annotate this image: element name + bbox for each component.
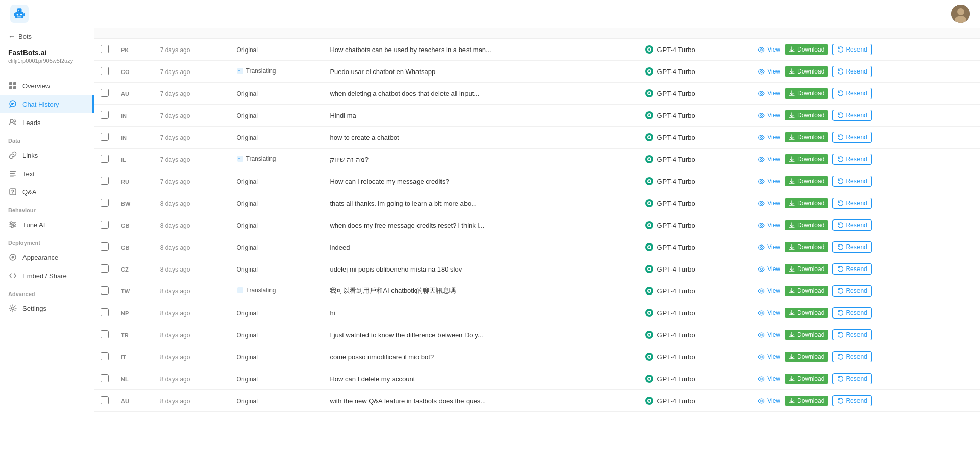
row-checkbox[interactable] <box>101 67 109 75</box>
country-code: NP <box>121 310 129 316</box>
view-button[interactable]: View <box>758 134 780 141</box>
view-button[interactable]: View <box>758 156 780 163</box>
sidebar-item-text[interactable]: Text <box>0 164 94 183</box>
sidebar-item-embed-share[interactable]: Embed / Share <box>0 266 94 285</box>
time-ago: 8 days ago <box>160 354 190 361</box>
view-button[interactable]: View <box>758 397 780 404</box>
view-button[interactable]: View <box>758 222 780 229</box>
download-button[interactable]: Download <box>785 374 828 384</box>
download-button[interactable]: Download <box>785 132 828 142</box>
resend-button[interactable]: Resend <box>832 263 871 275</box>
sidebar-item-label: Tune AI <box>22 221 45 229</box>
download-button[interactable]: Download <box>785 110 828 120</box>
download-button[interactable]: Download <box>785 242 828 252</box>
download-button[interactable]: Download <box>785 198 828 208</box>
view-button[interactable]: View <box>758 353 780 360</box>
view-button[interactable]: View <box>758 200 780 207</box>
view-button[interactable]: View <box>758 265 780 273</box>
download-button[interactable]: Download <box>785 264 828 274</box>
resend-button[interactable]: Resend <box>832 154 871 165</box>
chat-history-table: PK7 days agoOriginalHow chatbots can be … <box>94 28 980 465</box>
download-button[interactable]: Download <box>785 44 828 55</box>
download-button[interactable]: Download <box>785 330 828 340</box>
row-checkbox[interactable] <box>101 45 109 53</box>
col-date <box>154 28 231 39</box>
sidebar-item-settings[interactable]: Settings <box>0 299 94 317</box>
row-checkbox[interactable] <box>101 199 109 207</box>
model-cell: GPT-4 Turbo <box>645 242 746 252</box>
row-checkbox[interactable] <box>101 308 109 316</box>
sidebar-item-appearance[interactable]: Appearance <box>0 248 94 266</box>
table-row: GB8 days agoOriginalwhen does my free me… <box>94 214 980 236</box>
svg-point-36 <box>648 48 650 51</box>
sidebar-item-overview[interactable]: Overview <box>0 77 94 95</box>
model-cell: GPT-4 Turbo <box>645 221 746 230</box>
resend-button[interactable]: Resend <box>832 132 871 143</box>
resend-button[interactable]: Resend <box>832 110 871 121</box>
view-button[interactable]: View <box>758 309 780 316</box>
view-button[interactable]: View <box>758 331 780 338</box>
country-code: BW <box>121 201 130 207</box>
row-checkbox[interactable] <box>101 155 109 163</box>
message-text: How can i relocate my message credits? <box>330 178 449 185</box>
message-text: How chatbots can be used by teachers in … <box>330 46 492 54</box>
download-button[interactable]: Download <box>785 352 828 362</box>
svg-point-90 <box>648 312 650 314</box>
sidebar-item-tune-ai[interactable]: Tune AI <box>0 215 94 234</box>
row-checkbox[interactable] <box>101 264 109 273</box>
settings-icon <box>8 304 17 313</box>
type-badge: Original <box>237 398 258 405</box>
row-checkbox[interactable] <box>101 330 109 338</box>
resend-button[interactable]: Resend <box>832 285 871 297</box>
resend-button[interactable]: Resend <box>832 198 871 209</box>
view-button[interactable]: View <box>758 90 780 97</box>
resend-button[interactable]: Resend <box>832 219 871 231</box>
view-button[interactable]: View <box>758 375 780 382</box>
sidebar-item-leads[interactable]: Leads <box>0 113 94 132</box>
resend-button[interactable]: Resend <box>832 176 871 187</box>
sidebar-item-chat-history[interactable]: Chat History <box>0 95 94 113</box>
download-button[interactable]: Download <box>785 286 828 296</box>
resend-button[interactable]: Resend <box>832 66 871 77</box>
back-to-bots[interactable]: ← Bots <box>0 28 94 44</box>
resend-button[interactable]: Resend <box>832 241 871 253</box>
row-checkbox[interactable] <box>101 352 109 360</box>
row-checkbox[interactable] <box>101 374 109 382</box>
download-button[interactable]: Download <box>785 176 828 186</box>
resend-button[interactable]: Resend <box>832 44 871 55</box>
row-checkbox[interactable] <box>101 89 109 97</box>
sidebar-item-qa[interactable]: Q&A <box>0 183 94 201</box>
resend-button[interactable]: Resend <box>832 307 871 319</box>
view-button[interactable]: View <box>758 46 780 53</box>
resend-button[interactable]: Resend <box>832 88 871 99</box>
svg-point-20 <box>10 119 13 123</box>
sidebar-item-links[interactable]: Links <box>0 146 94 164</box>
user-avatar[interactable] <box>951 5 970 23</box>
row-checkbox[interactable] <box>101 111 109 119</box>
download-button[interactable]: Download <box>785 396 828 406</box>
download-button[interactable]: Download <box>785 220 828 230</box>
resend-button[interactable]: Resend <box>832 373 871 384</box>
row-checkbox[interactable] <box>101 221 109 229</box>
row-checkbox[interactable] <box>101 133 109 141</box>
resend-button[interactable]: Resend <box>832 329 871 340</box>
download-button[interactable]: Download <box>785 154 828 164</box>
sidebar-section-advanced: Advanced <box>0 285 94 299</box>
view-button[interactable]: View <box>758 243 780 251</box>
resend-button[interactable]: Resend <box>832 395 871 406</box>
download-button[interactable]: Download <box>785 88 828 99</box>
row-checkbox[interactable] <box>101 396 109 404</box>
view-button[interactable]: View <box>758 287 780 295</box>
download-button[interactable]: Download <box>785 308 828 318</box>
svg-point-54 <box>648 136 650 138</box>
download-button[interactable]: Download <box>785 66 828 77</box>
model-cell: GPT-4 Turbo <box>645 330 746 339</box>
row-checkbox[interactable] <box>101 242 109 251</box>
resend-button[interactable]: Resend <box>832 351 871 362</box>
row-checkbox[interactable] <box>101 286 109 295</box>
view-button[interactable]: View <box>758 68 780 75</box>
view-button[interactable]: View <box>758 112 780 119</box>
table-row: TR8 days agoOriginalI just watnted to kn… <box>94 324 980 346</box>
row-checkbox[interactable] <box>101 177 109 185</box>
view-button[interactable]: View <box>758 178 780 185</box>
